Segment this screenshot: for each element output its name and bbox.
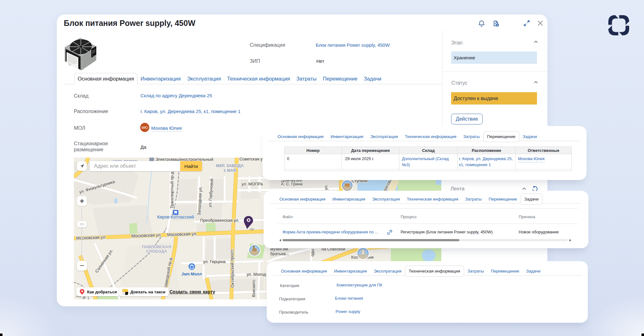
svg-text:Jam Молл: Jam Молл [182, 272, 202, 276]
svg-text:братьев...: братьев... [270, 251, 289, 256]
svg-text:Советская у: Советская у [240, 158, 263, 161]
svg-text:СЛОБОДА: СЛОБОДА [146, 249, 167, 254]
svg-text:1 МАЯ: 1 МАЯ [224, 168, 236, 173]
svg-text:Октябрьский просп.: Октябрьский просп. [230, 249, 235, 288]
svg-text:оды: оды [310, 249, 315, 256]
svg-text:ул.: ул. [324, 184, 328, 190]
svg-text:ПАВЛОВСКАЯ: ПАВЛОВСКАЯ [142, 244, 171, 249]
svg-text:ул. Герцена: ул. Герцена [203, 259, 226, 264]
svg-text:МКР. ЗАВОДА: МКР. ЗАВОДА [216, 163, 244, 168]
svg-text:А. С. Грина: А. С. Грина [281, 182, 302, 186]
svg-text:Киров-Котласский: Киров-Котласский [157, 214, 194, 219]
svg-text:ул. Молод: ул. Молод [247, 272, 266, 277]
svg-text:Транспортный пр-д: Транспортный пр-д [170, 172, 174, 209]
svg-text:Преображенская ул.: Преображенская ул. [200, 218, 239, 223]
svg-text:ул. МОПРа: ул. МОПРа [242, 182, 263, 186]
svg-text:Всесвятс: Всесвятс [251, 279, 256, 297]
